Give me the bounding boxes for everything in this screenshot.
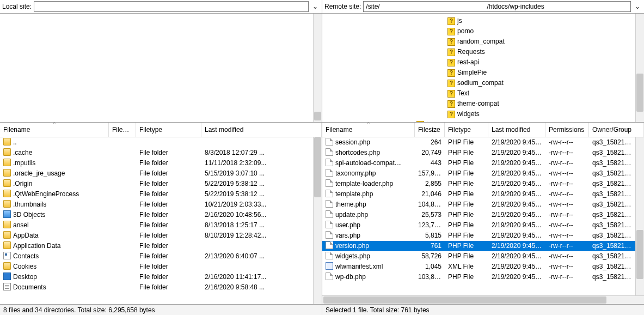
unknown-folder-icon: ? <box>447 38 455 46</box>
table-row[interactable]: ContactsFile folder2/13/2020 6:40:07 ... <box>0 251 313 262</box>
unknown-folder-icon: ? <box>447 49 455 56</box>
table-row[interactable]: template-loader.php2,855PHP File2/19/202… <box>322 179 635 189</box>
file-icon <box>3 148 11 156</box>
file-icon <box>326 169 333 177</box>
col-filename[interactable]: Filename <box>0 123 109 137</box>
col-filesize[interactable]: Filesize <box>109 123 136 137</box>
table-row[interactable]: template.php21,046PHP File2/19/2020 9:45… <box>322 189 635 199</box>
table-row[interactable]: update.php25,573PHP File2/19/2020 9:45:.… <box>322 210 635 220</box>
table-row[interactable]: session.php264PHP File2/19/2020 9:45:...… <box>322 137 635 148</box>
tree-item[interactable]: ?sodium_compat <box>324 78 633 88</box>
remote-path-dropdown-icon[interactable]: ⌄ <box>633 3 642 10</box>
file-icon <box>326 221 333 228</box>
remote-file-list: Filename Filesize Filetype Last modified… <box>322 123 644 304</box>
remote-list-header: Filename Filesize Filetype Last modified… <box>322 123 644 137</box>
file-icon <box>326 241 333 249</box>
tree-item[interactable]: ?Text <box>324 88 633 99</box>
tree-item[interactable]: ?tmp <box>324 119 633 122</box>
remote-path-input[interactable] <box>363 1 631 12</box>
col-filetype[interactable]: Filetype <box>136 123 201 137</box>
remote-site-row: Remote site: ⌄ <box>322 0 644 14</box>
table-row[interactable]: wlwmanifest.xml1,045XML File2/19/2020 9:… <box>322 262 635 272</box>
col-modified[interactable]: Last modified <box>201 123 322 137</box>
remote-tree-scrollbar[interactable] <box>635 14 644 122</box>
unknown-folder-icon: ? <box>416 121 424 123</box>
remote-list-scrollbar[interactable] <box>635 137 644 295</box>
table-row[interactable]: wp-db.php103,829PHP File2/19/2020 9:45:.… <box>322 272 635 282</box>
table-row[interactable]: .cacheFile folder8/3/2018 12:07:29 ... <box>0 148 313 158</box>
file-icon <box>3 221 11 228</box>
file-icon <box>3 190 11 197</box>
tree-item[interactable]: ?widgets <box>324 109 633 119</box>
remote-tree[interactable]: ?js ?pomo ?random_compat ?Requests ?rest… <box>322 14 644 123</box>
table-row[interactable]: .OriginFile folder5/22/2019 5:38:12 ... <box>0 179 313 189</box>
table-row[interactable]: shortcodes.php20,749PHP File2/19/2020 9:… <box>322 148 635 158</box>
local-tree-scrollbar[interactable] <box>313 14 322 122</box>
local-site-label: Local site: <box>2 3 32 10</box>
col-filesize[interactable]: Filesize <box>415 123 445 137</box>
file-icon <box>326 138 333 146</box>
col-permissions[interactable]: Permissions <box>545 123 589 137</box>
table-row[interactable]: spl-autoload-compat....443PHP File2/19/2… <box>322 158 635 168</box>
tree-item[interactable]: ?Requests <box>324 47 633 57</box>
table-row[interactable]: .oracle_jre_usageFile folder5/15/2019 3:… <box>0 168 313 179</box>
table-row[interactable]: vars.php5,815PHP File2/19/2020 9:45:...-… <box>322 231 635 241</box>
local-file-list: Filename Filesize Filetype Last modified… <box>0 123 322 304</box>
table-row[interactable]: anselFile folder8/13/2018 1:25:17 ... <box>0 220 313 231</box>
col-filetype[interactable]: Filetype <box>445 123 488 137</box>
table-row[interactable]: version.php761PHP File2/19/2020 9:45:...… <box>322 241 635 251</box>
tree-item[interactable]: ?random_compat <box>324 37 633 47</box>
col-filename[interactable]: Filename <box>322 123 415 137</box>
remote-status: Selected 1 file. Total size: 761 bytes <box>322 305 644 315</box>
table-row[interactable]: .. <box>0 137 313 148</box>
file-icon <box>3 283 11 290</box>
local-pane: Local site: ⌄ Filename Filesize Filetype… <box>0 0 322 304</box>
table-row[interactable]: .thumbnailsFile folder10/21/2019 2:03:33… <box>0 199 313 210</box>
col-modified[interactable]: Last modified <box>488 123 545 137</box>
tree-item[interactable]: ?rest-api <box>324 57 633 68</box>
file-icon <box>326 190 333 197</box>
file-icon <box>3 272 11 280</box>
table-row[interactable]: DesktopFile folder2/16/2020 11:41:17... <box>0 272 313 282</box>
file-icon <box>326 159 333 166</box>
unknown-folder-icon: ? <box>447 69 455 77</box>
local-path-dropdown-icon[interactable]: ⌄ <box>311 3 320 10</box>
local-list-scrollbar[interactable] <box>313 137 322 304</box>
table-row[interactable]: .mputilsFile folder11/11/2018 2:32:09... <box>0 158 313 168</box>
table-row[interactable]: .QtWebEngineProcessFile folder5/22/2019 … <box>0 189 313 199</box>
local-tree[interactable] <box>0 14 322 123</box>
table-row[interactable]: taxonomy.php157,961PHP File2/19/2020 9:4… <box>322 168 635 179</box>
remote-pane: Remote site: ⌄ ?js ?pomo ?random_compat … <box>322 0 644 304</box>
table-row[interactable]: Application DataFile folder <box>0 241 313 251</box>
file-icon <box>3 252 11 259</box>
local-list-header: Filename Filesize Filetype Last modified <box>0 123 322 137</box>
file-icon <box>3 210 11 218</box>
table-row[interactable]: user.php123,717PHP File2/19/2020 9:45:..… <box>322 220 635 231</box>
tree-item[interactable]: ?pomo <box>324 26 633 37</box>
unknown-folder-icon: ? <box>447 100 455 108</box>
file-icon <box>326 200 333 208</box>
tree-item[interactable]: ?SimplePie <box>324 68 633 78</box>
file-icon <box>326 179 333 187</box>
remote-list-hscrollbar[interactable] <box>322 295 644 304</box>
tree-item[interactable]: ?theme-compat <box>324 99 633 109</box>
file-icon <box>3 231 11 239</box>
table-row[interactable]: AppDataFile folder8/10/2019 12:28:42... <box>0 231 313 241</box>
table-row[interactable]: 3D ObjectsFile folder2/16/2020 10:48:56.… <box>0 210 313 220</box>
file-icon <box>3 159 11 166</box>
local-path-input[interactable] <box>34 1 309 12</box>
table-row[interactable]: theme.php104,876PHP File2/19/2020 9:45:.… <box>322 199 635 210</box>
table-row[interactable]: widgets.php58,726PHP File2/19/2020 9:45:… <box>322 251 635 262</box>
local-status: 8 files and 34 directories. Total size: … <box>0 305 322 315</box>
file-icon <box>326 272 333 280</box>
file-icon <box>326 231 333 239</box>
tree-item[interactable]: ?js <box>324 16 633 26</box>
file-icon <box>326 252 333 259</box>
unknown-folder-icon: ? <box>447 17 455 25</box>
file-icon <box>3 241 11 249</box>
file-icon <box>326 210 333 218</box>
table-row[interactable]: DocumentsFile folder2/16/2020 9:58:48 ..… <box>0 282 313 293</box>
col-owner[interactable]: Owner/Group <box>589 123 644 137</box>
file-icon <box>326 148 333 156</box>
table-row[interactable]: CookiesFile folder <box>0 262 313 272</box>
